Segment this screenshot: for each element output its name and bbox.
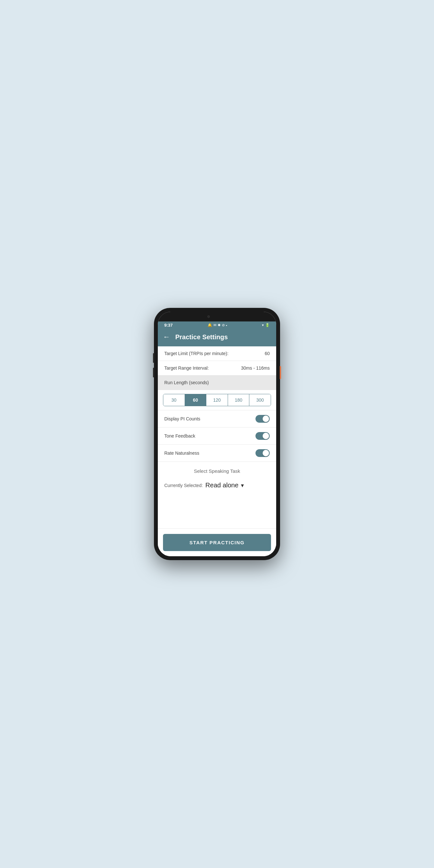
tone-feedback-row: Tone Feedback bbox=[158, 428, 276, 445]
target-range-row: Target Range Interval: 30ms - 116ms bbox=[158, 361, 276, 375]
phone-frame: 9:37 🔔 ✉ ✱ ⊘ • ▾ 🔋 ← Practice Settings T… bbox=[154, 308, 280, 560]
segment-option-300[interactable]: 300 bbox=[249, 394, 271, 406]
back-button[interactable]: ← bbox=[163, 333, 170, 341]
rate-naturalness-toggle[interactable] bbox=[255, 449, 270, 457]
notch bbox=[197, 314, 237, 319]
target-limit-value: 60 bbox=[265, 351, 270, 356]
camera-icon bbox=[207, 315, 210, 318]
page-title: Practice Settings bbox=[175, 334, 228, 341]
status-time: 9:37 bbox=[164, 323, 173, 328]
target-limit-row: Target Limit (TRPIs per minute): 60 bbox=[158, 346, 276, 361]
speaking-task-dropdown[interactable]: Read alone ▾ bbox=[205, 482, 270, 489]
content-area: Target Limit (TRPIs per minute): 60 Targ… bbox=[158, 346, 276, 556]
app-bar: ← Practice Settings bbox=[158, 329, 276, 346]
rate-naturalness-label: Rate Naturalness bbox=[164, 451, 199, 456]
segment-option-60[interactable]: 60 bbox=[185, 394, 207, 406]
speaking-task-row: Currently Selected: Read alone ▾ bbox=[158, 480, 276, 495]
run-length-segment: 30 60 120 180 300 bbox=[163, 394, 271, 406]
notification-icon: 🔔 bbox=[208, 323, 212, 327]
spacer bbox=[158, 495, 276, 528]
battery-icon: 🔋 bbox=[265, 323, 270, 327]
start-button-container: START PRACTICING bbox=[158, 528, 276, 556]
toggle-knob bbox=[262, 450, 269, 456]
target-range-value: 30ms - 116ms bbox=[241, 366, 270, 371]
chevron-down-icon: ▾ bbox=[241, 482, 244, 489]
speaking-task-value: Read alone bbox=[205, 482, 238, 489]
tone-feedback-toggle[interactable] bbox=[255, 432, 270, 440]
power-button bbox=[280, 366, 281, 379]
toggle-knob bbox=[262, 415, 269, 422]
rate-naturalness-row: Rate Naturalness bbox=[158, 445, 276, 462]
run-length-label: Run Length (seconds) bbox=[164, 380, 209, 385]
toggle-knob bbox=[262, 433, 269, 439]
dnd-icon: ⊘ bbox=[222, 323, 225, 327]
start-practicing-button[interactable]: START PRACTICING bbox=[163, 534, 271, 551]
target-limit-label: Target Limit (TRPIs per minute): bbox=[164, 351, 228, 356]
mail-icon: ✉ bbox=[213, 323, 216, 327]
bluetooth-icon: ✱ bbox=[218, 323, 221, 327]
display-pi-counts-row: Display PI Counts bbox=[158, 410, 276, 428]
tone-feedback-label: Tone Feedback bbox=[164, 433, 195, 438]
currently-selected-label: Currently Selected: bbox=[164, 483, 203, 488]
volume-up-button bbox=[153, 353, 154, 363]
status-icons-right: ▾ 🔋 bbox=[262, 323, 270, 327]
segment-option-120[interactable]: 120 bbox=[206, 394, 228, 406]
phone-screen: 9:37 🔔 ✉ ✱ ⊘ • ▾ 🔋 ← Practice Settings T… bbox=[158, 312, 276, 556]
display-pi-counts-toggle[interactable] bbox=[255, 415, 270, 423]
speaking-task-header: Select Speaking Task bbox=[158, 462, 276, 480]
status-icons-left: 🔔 ✉ ✱ ⊘ • bbox=[208, 323, 227, 327]
status-bar: 9:37 🔔 ✉ ✱ ⊘ • ▾ 🔋 bbox=[158, 321, 276, 329]
segment-option-30[interactable]: 30 bbox=[163, 394, 185, 406]
volume-down-button bbox=[153, 368, 154, 377]
dot-icon: • bbox=[226, 323, 227, 327]
target-range-label: Target Range Interval: bbox=[164, 366, 209, 371]
segment-container: 30 60 120 180 300 bbox=[158, 390, 276, 410]
wifi-icon: ▾ bbox=[262, 323, 264, 327]
run-length-row: Run Length (seconds) bbox=[158, 375, 276, 390]
display-pi-counts-label: Display PI Counts bbox=[164, 416, 200, 422]
notch-area bbox=[158, 312, 276, 321]
segment-option-180[interactable]: 180 bbox=[228, 394, 250, 406]
